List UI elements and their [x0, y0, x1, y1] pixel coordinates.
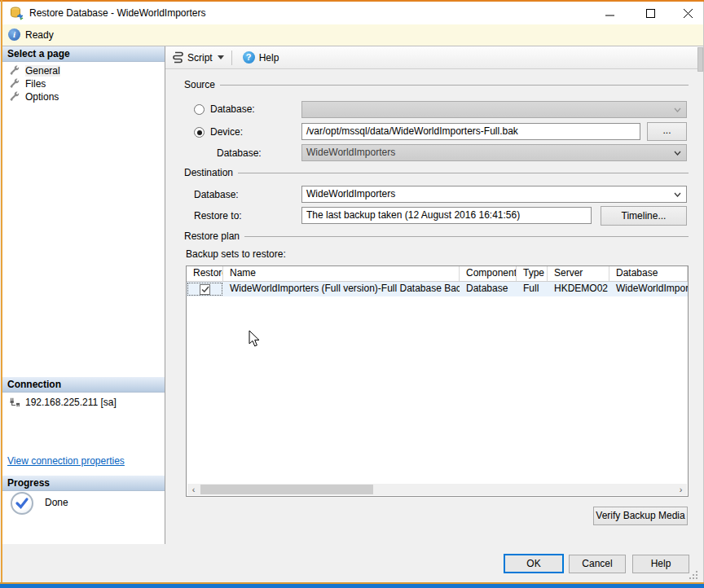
maximize-button[interactable]: [636, 2, 664, 24]
chevron-down-icon: [674, 192, 681, 197]
source-database-select[interactable]: WideWorldImporters: [301, 144, 687, 161]
timeline-button[interactable]: Timeline...: [601, 206, 687, 226]
done-check-icon: [11, 492, 33, 515]
info-icon: i: [8, 29, 20, 41]
column-header-database[interactable]: Database: [609, 266, 688, 281]
group-rule: [238, 173, 689, 173]
wrench-icon: [9, 65, 20, 77]
database-radio-label: Database:: [210, 103, 255, 116]
column-header-server[interactable]: Server: [548, 266, 609, 281]
group-rule: [244, 236, 689, 237]
script-icon: [172, 51, 183, 64]
cell-component: Database: [460, 282, 517, 296]
group-rule: [220, 85, 689, 86]
window-border-top: [0, 0, 704, 2]
restore-checkbox-cell: [187, 282, 223, 296]
backup-sets-table: Restore Name Component Type Server Datab…: [186, 265, 689, 497]
device-path-input[interactable]: /var/opt/mssql/data/WideWorldImporters-F…: [301, 123, 640, 140]
cell-database: WideWorldImporters: [609, 282, 688, 296]
window-border-bottom-accent: [0, 584, 704, 588]
cancel-button[interactable]: Cancel: [569, 555, 626, 573]
cell-name: WideWorldImporters (Full version)-Full D…: [223, 282, 460, 296]
script-button[interactable]: Script: [169, 49, 227, 67]
restore-database-dialog: Restore Database - WideWorldImporters i …: [0, 0, 704, 588]
column-header-restore[interactable]: Restore: [187, 266, 223, 281]
minimize-button[interactable]: [596, 2, 623, 24]
vertical-scrollbar-thumb[interactable]: [697, 47, 703, 72]
sidebar-item-options[interactable]: Options: [2, 90, 165, 103]
sidebar-item-label: Options: [25, 91, 59, 103]
device-radio-label: Device:: [210, 125, 243, 138]
cell-server: HKDEMO02: [548, 282, 609, 296]
sidebar: Select a page General Files Options Conn…: [2, 46, 165, 544]
destination-database-label: Database:: [194, 188, 239, 201]
scroll-right-icon[interactable]: ›: [675, 484, 687, 495]
close-icon: [684, 9, 693, 18]
status-text: Ready: [25, 24, 54, 46]
dialog-toolbar: Script ? Help: [165, 46, 703, 69]
help-icon: ?: [243, 51, 255, 64]
source-database-value: WideWorldImporters: [306, 147, 395, 158]
horizontal-scrollbar[interactable]: ‹ ›: [187, 484, 687, 495]
select-a-page-header: Select a page: [2, 46, 165, 62]
backup-sets-label: Backup sets to restore:: [186, 248, 286, 261]
help-label: Help: [259, 52, 279, 64]
check-icon: [201, 286, 209, 293]
browse-button[interactable]: ...: [647, 122, 687, 141]
title-bar: Restore Database - WideWorldImporters: [2, 2, 703, 24]
resize-grip[interactable]: [689, 570, 698, 580]
destination-database-select[interactable]: WideWorldImporters: [301, 186, 687, 203]
device-radio[interactable]: [194, 127, 205, 138]
column-header-name[interactable]: Name: [223, 266, 460, 281]
restore-database-icon: [10, 7, 24, 20]
source-group: Source: [184, 79, 689, 90]
destination-group: Destination: [184, 167, 689, 178]
progress-header: Progress: [2, 476, 165, 491]
column-header-component[interactable]: Component: [460, 266, 517, 281]
restore-checkbox[interactable]: [200, 284, 210, 295]
scrollbar-thumb[interactable]: [200, 485, 373, 494]
sidebar-item-label: General: [25, 65, 60, 77]
table-header-row: Restore Name Component Type Server Datab…: [187, 266, 688, 282]
restore-plan-group-label: Restore plan: [184, 230, 240, 242]
source-group-label: Source: [184, 79, 215, 90]
restore-plan-group: Restore plan: [184, 230, 689, 242]
connection-server-label: 192.168.225.211 [sa]: [25, 397, 117, 408]
wrench-icon: [9, 91, 20, 103]
wrench-icon: [9, 78, 20, 90]
verify-backup-media-button[interactable]: Verify Backup Media: [593, 507, 688, 525]
minimize-icon: [605, 9, 614, 18]
close-button[interactable]: [674, 2, 702, 24]
connection-header: Connection: [2, 377, 165, 393]
server-connection-icon: [9, 397, 20, 408]
chevron-down-icon: [674, 151, 681, 156]
restore-to-label: Restore to:: [194, 209, 242, 222]
window-border-left: [1, 0, 2, 584]
destination-database-value: WideWorldImporters: [306, 188, 395, 200]
ok-button[interactable]: OK: [504, 554, 564, 573]
chevron-down-icon: [218, 55, 224, 59]
help-button[interactable]: Help: [632, 555, 689, 573]
destination-group-label: Destination: [184, 167, 233, 178]
maximize-icon: [646, 9, 655, 18]
status-bar: i Ready: [2, 24, 703, 46]
cell-type: Full: [517, 282, 548, 296]
connection-server: 192.168.225.211 [sa]: [2, 396, 165, 409]
sidebar-item-label: Files: [25, 78, 46, 90]
source-database-combo: [301, 101, 687, 118]
chevron-down-icon: [674, 108, 681, 112]
source-database-label: Database:: [217, 147, 262, 160]
sidebar-item-files[interactable]: Files: [2, 77, 165, 90]
toolbar-separator: [231, 50, 232, 65]
view-connection-properties-link[interactable]: View connection properties: [7, 455, 125, 467]
restore-to-input[interactable]: The last backup taken (12 August 2016 16…: [301, 207, 592, 224]
column-header-type[interactable]: Type: [517, 266, 548, 281]
window-title: Restore Database - WideWorldImporters: [29, 2, 206, 24]
sidebar-item-general[interactable]: General: [2, 64, 165, 77]
script-label: Script: [187, 52, 213, 64]
help-toolbar-button[interactable]: ? Help: [240, 49, 283, 67]
table-row[interactable]: WideWorldImporters (Full version)-Full D…: [187, 282, 688, 296]
scroll-left-icon[interactable]: ‹: [187, 484, 200, 495]
database-radio[interactable]: [194, 104, 205, 115]
mouse-cursor: [249, 330, 262, 348]
